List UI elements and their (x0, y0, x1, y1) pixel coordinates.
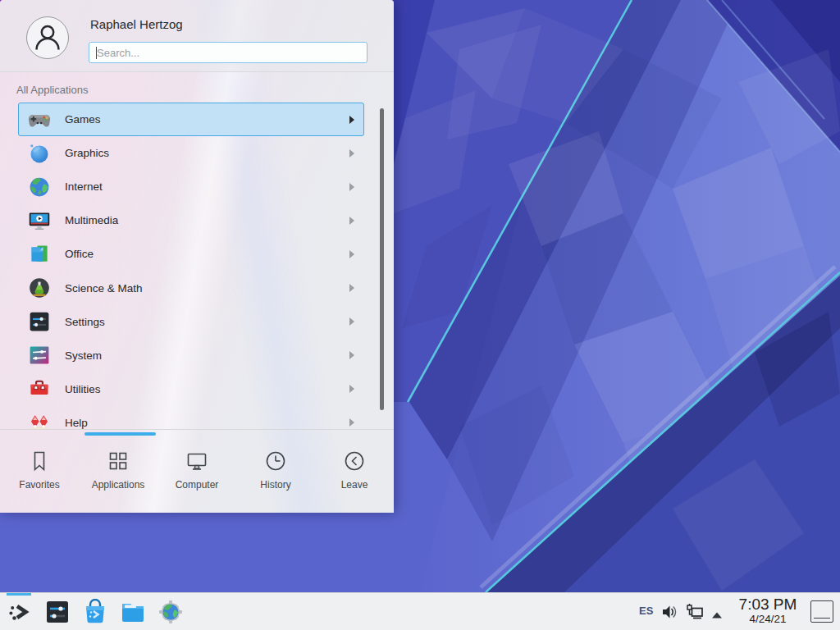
leave-circle-icon (342, 449, 367, 473)
category-settings[interactable]: Settings (18, 305, 364, 339)
category-label: System (65, 349, 102, 362)
tab-label: Leave (341, 479, 368, 491)
globe-gear-icon (158, 599, 184, 625)
category-games[interactable]: Games (18, 103, 364, 136)
category-label: Settings (65, 316, 105, 328)
monitor-icon (185, 449, 209, 473)
clock-icon (263, 449, 288, 473)
tab-label: Applications (92, 479, 145, 491)
submenu-arrow-icon (349, 217, 354, 225)
scrollbar[interactable] (380, 108, 384, 410)
system-settings-icon (44, 599, 71, 625)
tab-favorites[interactable]: Favorites (0, 436, 79, 513)
bookmark-icon (27, 449, 52, 473)
gamepad-icon (28, 108, 51, 131)
tab-computer[interactable]: Computer (158, 436, 236, 513)
taskbar: ES 7:03 PM 4/24/21 (0, 592, 840, 630)
category-label: Multimedia (65, 214, 118, 226)
tab-label: Computer (176, 479, 219, 491)
system-settings-button[interactable] (44, 599, 71, 625)
category-label: Internet (65, 180, 103, 193)
globe-icon (28, 176, 51, 199)
plasma-logo-icon (7, 599, 33, 625)
application-launcher-menu: Raphael Hertzog All Applications (0, 0, 394, 513)
search-box[interactable] (89, 42, 368, 63)
section-label: All Applications (16, 84, 88, 96)
category-office[interactable]: Office (18, 237, 364, 271)
web-browser-button[interactable] (158, 599, 184, 625)
lifebuoy-icon (28, 411, 51, 429)
paint-ball-icon (28, 142, 51, 165)
launcher-tab-bar: Favorites Applications Computer (0, 436, 394, 513)
tab-leave[interactable]: Leave (315, 436, 394, 513)
application-launcher-button[interactable] (7, 599, 33, 625)
grid-icon (106, 449, 130, 473)
text-caret (96, 47, 97, 59)
clock-time: 7:03 PM (727, 596, 809, 613)
launcher-active-indicator (7, 593, 31, 596)
submenu-arrow-icon (349, 351, 354, 359)
category-graphics[interactable]: Graphics (18, 136, 364, 170)
category-help[interactable]: Help (18, 406, 364, 429)
show-desktop-button[interactable] (810, 600, 833, 623)
submenu-arrow-icon (349, 116, 354, 124)
network-button[interactable] (686, 603, 704, 621)
category-list: Games Graphics (0, 103, 394, 429)
expand-tray-button[interactable] (711, 608, 723, 616)
category-label: Games (65, 113, 101, 126)
clock-date: 4/24/21 (727, 613, 809, 626)
category-label: Help (65, 417, 88, 429)
launcher-header: Raphael Hertzog (0, 0, 394, 72)
search-input[interactable] (89, 43, 367, 62)
volume-button[interactable] (661, 604, 678, 620)
submenu-arrow-icon (349, 385, 354, 393)
submenu-arrow-icon (349, 284, 354, 292)
tab-separator (0, 429, 394, 430)
tab-label: Favorites (19, 479, 59, 491)
media-screen-icon (28, 209, 51, 232)
volume-icon (661, 604, 678, 620)
submenu-arrow-icon (349, 418, 354, 427)
user-icon (27, 17, 68, 58)
category-label: Office (65, 248, 94, 260)
network-wired-icon (686, 603, 704, 621)
submenu-arrow-icon (349, 149, 354, 158)
documents-icon (28, 243, 51, 266)
submenu-arrow-icon (349, 250, 354, 258)
keyboard-layout-indicator[interactable]: ES (639, 605, 653, 617)
submenu-arrow-icon (349, 183, 354, 191)
tab-applications[interactable]: Applications (79, 436, 158, 513)
category-label: Science & Math (65, 282, 143, 294)
flask-icon (28, 276, 51, 299)
toolbox-icon (28, 377, 51, 400)
tab-history[interactable]: History (236, 436, 315, 513)
sliders-icon (28, 310, 51, 333)
submenu-arrow-icon (349, 317, 354, 326)
category-system[interactable]: System (18, 339, 364, 372)
user-avatar[interactable] (26, 16, 69, 59)
file-manager-button[interactable] (120, 599, 146, 625)
category-internet[interactable]: Internet (18, 170, 364, 203)
category-science-math[interactable]: Science & Math (18, 271, 364, 304)
category-multimedia[interactable]: Multimedia (18, 203, 364, 237)
system-sliders-icon (28, 344, 51, 367)
digital-clock[interactable]: 7:03 PM 4/24/21 (727, 596, 809, 626)
user-name: Raphael Hertzog (90, 17, 183, 31)
category-label: Graphics (65, 147, 109, 159)
discover-button[interactable] (82, 599, 108, 625)
tab-label: History (260, 479, 290, 491)
desktop: Raphael Hertzog All Applications (0, 0, 840, 630)
category-utilities[interactable]: Utilities (18, 372, 364, 406)
category-label: Utilities (65, 383, 101, 395)
folder-icon (120, 599, 146, 625)
caret-up-icon (711, 611, 723, 619)
discover-icon (82, 599, 108, 625)
